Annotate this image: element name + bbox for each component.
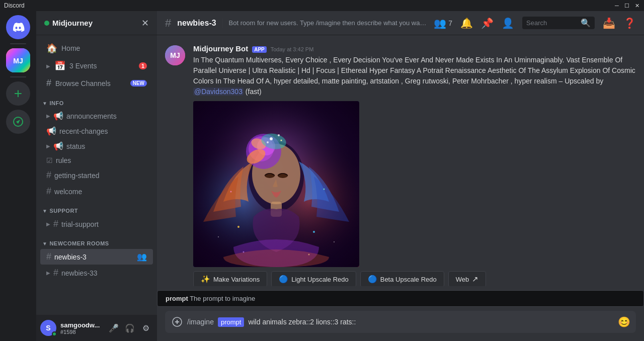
info-section-header[interactable]: ▼ INFO xyxy=(36,92,157,108)
events-nav-item[interactable]: ▶ 📅 3 Events 1 xyxy=(40,57,153,74)
svg-point-31 xyxy=(334,241,335,242)
members-count-icon[interactable]: 👥 7 xyxy=(434,17,452,29)
prompt-tooltip-label: prompt xyxy=(166,295,188,302)
channel-rules[interactable]: ☑ rules xyxy=(40,154,153,167)
app-body: MJ + Midjourney ✕ 🏠 Home xyxy=(0,11,644,341)
channel-newbies-33[interactable]: ▶ # newbies-33 xyxy=(40,265,153,281)
add-server-button[interactable]: + xyxy=(6,81,30,106)
server-name: Midjourney xyxy=(44,19,93,27)
title-bar-left: Discord xyxy=(4,2,25,9)
channel-name-welcome: welcome xyxy=(54,188,82,196)
server-online-indicator xyxy=(44,21,49,26)
server-menu-icon[interactable]: ✕ xyxy=(141,18,149,29)
info-section-label: INFO xyxy=(49,100,63,106)
megaphone-icon: 📢 xyxy=(53,111,63,121)
hash-icon-ts: # xyxy=(53,219,58,229)
message-content: Midjourney Bot APP Today at 3:42 PM In T… xyxy=(193,44,636,286)
message-dash: – xyxy=(559,77,565,85)
server-header[interactable]: Midjourney ✕ xyxy=(36,11,157,35)
svg-point-30 xyxy=(218,236,219,237)
channel-newbies-3[interactable]: # newbies-3 👥 xyxy=(40,249,153,265)
inbox-icon[interactable]: 📥 xyxy=(603,17,615,29)
message-item: MJ Midjourney Bot APP Today at 3:42 PM I… xyxy=(165,43,636,286)
message-input[interactable] xyxy=(246,314,616,330)
user-controls: 🎤 🎧 ⚙ xyxy=(107,321,153,335)
help-icon[interactable]: ❓ xyxy=(623,17,636,29)
minimize-button[interactable]: ─ xyxy=(614,3,620,9)
svg-point-29 xyxy=(308,254,310,255)
channel-description: Bot room for new users. Type /imagine th… xyxy=(229,19,428,27)
pin-icon[interactable]: 📌 xyxy=(481,17,494,29)
channel-trial-support[interactable]: ▶ # trial-support xyxy=(40,216,153,232)
channel-header: # newbies-3 Bot room for new users. Type… xyxy=(157,11,644,35)
ai-image xyxy=(193,101,359,267)
browse-channels-label: Browse Channels xyxy=(55,79,111,88)
settings-button[interactable]: ⚙ xyxy=(139,321,153,335)
newcomer-section-header[interactable]: ▼ NEWCOMER ROOMS xyxy=(36,232,157,248)
title-bar-controls[interactable]: ─ ☐ ✕ xyxy=(614,3,640,9)
emoji-picker-button[interactable]: 😊 xyxy=(616,314,632,330)
checkmark-icon: ☑ xyxy=(46,156,53,164)
home-icon: 🏠 xyxy=(46,43,57,54)
browse-icon: # xyxy=(46,78,51,89)
search-bar[interactable]: Search 🔍 xyxy=(522,17,595,29)
sparkles-icon: ✨ xyxy=(201,275,210,284)
web-button[interactable]: Web ↗ xyxy=(448,271,487,286)
svg-point-26 xyxy=(230,191,232,193)
svg-point-28 xyxy=(243,251,245,253)
title-bar: Discord ─ ☐ ✕ xyxy=(0,0,644,11)
prompt-tooltip-description: The prompt to imagine xyxy=(190,295,255,302)
channel-name-trial-support: trial-support xyxy=(61,220,99,228)
explore-servers-button[interactable] xyxy=(6,110,30,134)
mention-user[interactable]: @Davidson303 xyxy=(193,88,244,96)
headphones-button[interactable]: 🎧 xyxy=(123,321,137,335)
home-label: Home xyxy=(61,44,80,52)
support-section-label: SUPPORT xyxy=(49,208,78,214)
message-input-box: /imagine prompt 😊 xyxy=(165,311,636,333)
add-attachment-button[interactable] xyxy=(169,314,185,330)
message-speed: (fast) xyxy=(246,88,262,96)
channel-list: 🏠 Home ▶ 📅 3 Events 1 # Browse Channels … xyxy=(36,35,157,315)
hash-icon-n33: # xyxy=(53,268,58,278)
prompt-tag: prompt xyxy=(218,317,244,327)
message-header: Midjourney Bot APP Today at 3:42 PM xyxy=(193,44,636,53)
avatar-image: MJ xyxy=(165,45,185,65)
browse-channels-nav-item[interactable]: # Browse Channels NEW xyxy=(40,75,153,92)
external-link-icon: ↗ xyxy=(472,275,478,284)
input-area: /imagine prompt 😊 xyxy=(157,311,644,341)
light-upscale-redo-button[interactable]: 🔵 Light Upscale Redo xyxy=(271,271,356,286)
close-button[interactable]: ✕ xyxy=(634,3,640,9)
newcomer-arrow-icon: ▼ xyxy=(42,241,47,246)
channel-announcements[interactable]: ▶ 📢 announcements xyxy=(40,109,153,123)
main-content: # newbies-3 Bot room for new users. Type… xyxy=(157,11,644,341)
light-upscale-label: Light Upscale Redo xyxy=(291,276,348,283)
midjourney-server-icon[interactable]: MJ xyxy=(6,48,30,72)
channel-welcome[interactable]: # welcome xyxy=(40,184,153,199)
discord-home-icon[interactable] xyxy=(6,15,30,39)
channel-getting-started[interactable]: # getting-started xyxy=(40,167,153,183)
events-badge: 1 xyxy=(139,62,147,69)
notification-bell-icon[interactable]: 🔔 xyxy=(460,17,473,29)
maximize-button[interactable]: ☐ xyxy=(624,3,630,9)
support-section-header[interactable]: ▼ SUPPORT xyxy=(36,200,157,216)
channel-sidebar: Midjourney ✕ 🏠 Home ▶ 📅 3 Events 1 # Bro… xyxy=(36,11,157,341)
events-arrow-icon: ▶ xyxy=(46,63,50,69)
beta-upscale-redo-button[interactable]: 🔵 Beta Upscale Redo xyxy=(360,271,444,286)
channel-status[interactable]: ▶ 📢 status xyxy=(40,139,153,153)
members-list-icon[interactable]: 👤 xyxy=(502,17,514,29)
hash-icon-wc: # xyxy=(46,186,51,197)
beta-upscale-icon: 🔵 xyxy=(368,275,377,284)
user-info: samgoodw... #1598 xyxy=(60,321,103,335)
status-arrow-icon: ▶ xyxy=(46,143,50,149)
messages-area[interactable]: MJ Midjourney Bot APP Today at 3:42 PM I… xyxy=(157,35,644,286)
hash-icon-gs: # xyxy=(46,170,51,181)
channel-recent-changes[interactable]: 📢 recent-changes xyxy=(40,124,153,138)
channel-name-recent-changes: recent-changes xyxy=(59,127,108,135)
message-timestamp: Today at 3:42 PM xyxy=(271,46,314,52)
microphone-button[interactable]: 🎤 xyxy=(107,321,121,335)
username: samgoodw... xyxy=(60,321,103,329)
make-variations-button[interactable]: ✨ Make Variations xyxy=(193,271,267,286)
svg-point-19 xyxy=(267,141,269,143)
home-nav-item[interactable]: 🏠 Home xyxy=(40,40,153,57)
beta-upscale-label: Beta Upscale Redo xyxy=(380,276,437,283)
